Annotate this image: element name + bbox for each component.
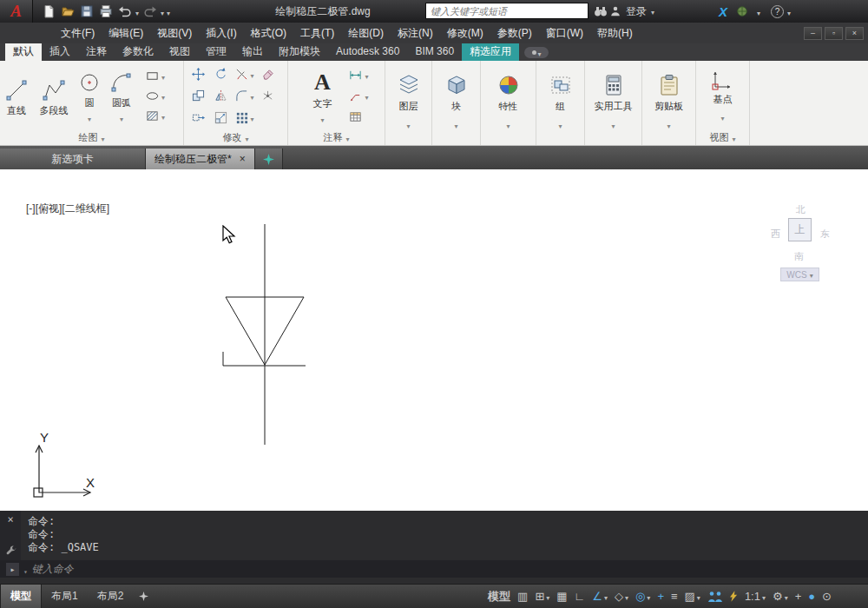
new-drawing-button[interactable] xyxy=(255,149,283,169)
panel-layers[interactable]: 图层 xyxy=(385,61,432,145)
file-tab-close-icon[interactable] xyxy=(240,153,246,165)
qat-customize-icon[interactable] xyxy=(167,3,170,19)
mirror-button[interactable] xyxy=(214,89,227,102)
ribbon-tab-manage[interactable]: 管理 xyxy=(198,43,234,61)
scale-button[interactable] xyxy=(214,111,227,124)
panel-block[interactable]: 块 xyxy=(432,61,481,145)
menu-format[interactable]: 格式(O) xyxy=(244,23,293,43)
search-binoculars-icon[interactable] xyxy=(594,4,608,18)
new-layout-icon[interactable] xyxy=(133,585,154,608)
polar-tracking-icon[interactable]: ∠ xyxy=(592,591,602,603)
fillet-button[interactable] xyxy=(235,88,253,103)
panel-groups[interactable]: 组 xyxy=(536,61,585,145)
redo-dropdown-icon[interactable] xyxy=(161,3,164,19)
ribbon-tab-featured-apps[interactable]: 精选应用 xyxy=(462,43,519,61)
workspace-gear-icon[interactable]: ⚙ xyxy=(773,591,783,603)
sign-in-area[interactable]: 登录 xyxy=(609,0,654,23)
ribbon-tab-parametric[interactable]: 参数化 xyxy=(115,43,161,61)
hatch-button[interactable] xyxy=(146,107,165,124)
zener-diode-drawing[interactable] xyxy=(0,169,868,511)
command-close-icon[interactable] xyxy=(7,515,13,524)
ribbon-tab-output[interactable]: 输出 xyxy=(234,43,271,61)
undo-icon[interactable] xyxy=(116,3,133,20)
sign-in-label[interactable]: 登录 xyxy=(626,4,647,19)
menu-file[interactable]: 文件(F) xyxy=(54,23,102,43)
basepoint-dropdown-icon[interactable] xyxy=(720,109,724,124)
arc-dropdown-icon[interactable] xyxy=(120,109,123,125)
command-customize-wrench-icon[interactable] xyxy=(5,545,16,557)
autocad-logo-icon[interactable]: A xyxy=(0,0,33,23)
menu-help[interactable]: 帮助(H) xyxy=(590,23,640,43)
menu-dimension[interactable]: 标注(N) xyxy=(391,23,440,43)
polyline-button[interactable]: 多段线 xyxy=(33,75,75,117)
command-input-row[interactable]: ▸ xyxy=(0,560,868,578)
isodraft-icon[interactable]: ◇ xyxy=(615,591,623,603)
menu-insert[interactable]: 插入(I) xyxy=(199,23,243,43)
move-button[interactable] xyxy=(192,68,205,81)
sign-in-dropdown-icon[interactable] xyxy=(651,5,654,17)
help-dropdown-icon[interactable] xyxy=(787,3,791,19)
annotation-scale-value[interactable]: 1:1 xyxy=(745,591,760,603)
ortho-mode-icon[interactable]: ∟ xyxy=(575,591,586,603)
command-line-area[interactable]: 命令: 命令: 命令: _QSAVE ▸ xyxy=(0,511,868,584)
layout-tab-layout2[interactable]: 布局2 xyxy=(88,585,134,608)
ellipse-dropdown-icon[interactable] xyxy=(161,88,165,103)
circle-button[interactable]: 圆 xyxy=(75,67,104,125)
trim-dropdown-icon[interactable] xyxy=(250,66,253,82)
annotation-autoscale-icon[interactable] xyxy=(730,591,738,602)
rectangle-button[interactable] xyxy=(146,67,165,84)
notification-icon[interactable]: ● xyxy=(808,591,815,603)
panel-clipboard[interactable]: 剪贴板 xyxy=(642,61,696,145)
ribbon-tab-a360[interactable]: Autodesk 360 xyxy=(328,43,407,61)
menu-draw[interactable]: 绘图(D) xyxy=(341,23,391,43)
array-button[interactable] xyxy=(235,109,253,125)
ellipse-button[interactable] xyxy=(146,87,165,104)
help-icon[interactable]: ? xyxy=(771,5,784,18)
layout-tab-layout1[interactable]: 布局1 xyxy=(42,585,88,608)
menu-window[interactable]: 窗口(W) xyxy=(539,23,590,43)
basepoint-label[interactable]: 基点 xyxy=(713,93,733,106)
leader-dropdown-icon[interactable] xyxy=(365,88,368,103)
menu-view[interactable]: 视图(V) xyxy=(150,23,199,43)
command-input[interactable] xyxy=(32,563,310,575)
viewcube-south-label[interactable]: 南 xyxy=(794,250,804,263)
panel-label-draw[interactable]: 绘图 xyxy=(0,130,183,145)
recent-commands-icon[interactable] xyxy=(23,561,28,578)
isolate-objects-icon[interactable]: ⊙ xyxy=(822,591,832,603)
open-file-icon[interactable] xyxy=(59,3,76,20)
close-icon[interactable]: × xyxy=(845,27,864,40)
new-file-icon[interactable] xyxy=(40,3,56,20)
viewcube-east-label[interactable]: 东 xyxy=(820,228,830,241)
text-button[interactable]: 文字 xyxy=(304,66,340,126)
menu-parametric[interactable]: 参数(P) xyxy=(490,23,539,43)
transparency-icon[interactable]: ▨ xyxy=(685,591,695,603)
infer-constraints-icon[interactable]: ▥ xyxy=(517,591,528,603)
viewcube-west-label[interactable]: 西 xyxy=(771,228,780,241)
menu-tools[interactable]: 工具(T) xyxy=(293,23,341,43)
text-dropdown-icon[interactable] xyxy=(320,110,324,126)
panel-label-view[interactable]: 视图 xyxy=(696,130,749,145)
panel-label-modify[interactable]: 修改 xyxy=(184,130,287,145)
panel-label-annotation[interactable]: 注释 xyxy=(288,130,385,145)
leader-button[interactable] xyxy=(349,87,368,104)
ribbon-tab-insert[interactable]: 插入 xyxy=(42,43,78,61)
dimension-button[interactable] xyxy=(349,66,368,83)
annotation-monitor-icon[interactable]: + xyxy=(795,591,802,603)
save-icon[interactable] xyxy=(78,3,95,20)
file-tab-new[interactable]: 新选项卡 xyxy=(0,149,146,169)
plot-icon[interactable] xyxy=(97,3,114,20)
rectangle-dropdown-icon[interactable] xyxy=(161,68,165,83)
wcs-menu[interactable]: WCS xyxy=(780,268,819,281)
ribbon-tab-addins[interactable]: 附加模块 xyxy=(271,43,328,61)
menu-edit[interactable]: 编辑(E) xyxy=(102,23,150,43)
lineweight-icon[interactable]: ≡ xyxy=(671,591,678,603)
panel-utilities[interactable]: 实用工具 xyxy=(585,61,642,145)
undo-dropdown-icon[interactable] xyxy=(135,3,139,19)
circle-dropdown-icon[interactable] xyxy=(88,109,91,125)
redo-icon[interactable] xyxy=(141,3,158,20)
ribbon-tab-annotate[interactable]: 注释 xyxy=(78,43,115,61)
line-button[interactable]: 直线 xyxy=(0,75,33,117)
copy-button[interactable] xyxy=(192,89,205,102)
panel-properties[interactable]: 特性 xyxy=(481,61,536,145)
ribbon-tab-home[interactable]: 默认 xyxy=(5,43,42,61)
